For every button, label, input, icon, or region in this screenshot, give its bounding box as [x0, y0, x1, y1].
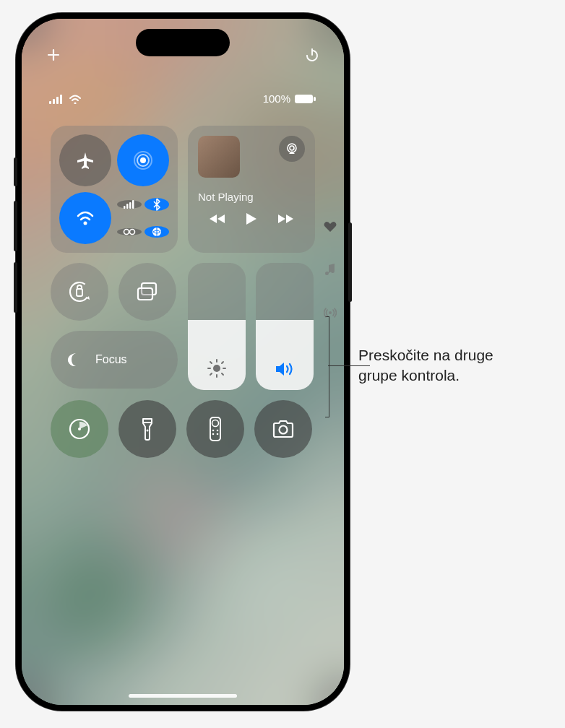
- svg-point-11: [84, 222, 87, 225]
- phone-power-button: [348, 222, 352, 302]
- svg-point-43: [217, 433, 219, 436]
- rewind-button[interactable]: [209, 213, 226, 225]
- svg-line-32: [210, 373, 212, 375]
- svg-rect-7: [314, 97, 316, 101]
- flashlight-button[interactable]: [118, 400, 176, 458]
- svg-rect-2: [49, 101, 51, 104]
- svg-point-25: [213, 365, 220, 372]
- svg-line-31: [222, 373, 223, 375]
- dynamic-island: [136, 29, 230, 56]
- now-playing-tile[interactable]: Not Playing: [188, 126, 315, 253]
- connectivity-group[interactable]: [51, 126, 178, 253]
- phone-volume-up: [14, 201, 17, 251]
- phone-screen: 100%: [22, 19, 344, 705]
- apple-tv-remote-button[interactable]: [186, 400, 244, 458]
- svg-point-16: [124, 230, 129, 235]
- cellular-signal-icon: [49, 94, 64, 104]
- svg-line-33: [222, 362, 223, 363]
- bluetooth-button[interactable]: [145, 198, 169, 211]
- svg-rect-4: [56, 97, 59, 104]
- svg-rect-15: [132, 200, 134, 209]
- callout-bracket: [325, 316, 329, 417]
- personal-hotspot-button[interactable]: [117, 228, 142, 235]
- svg-rect-5: [60, 95, 62, 104]
- phone-silent-switch: [14, 157, 17, 186]
- svg-rect-12: [124, 206, 126, 209]
- control-group-pager[interactable]: [324, 221, 337, 319]
- svg-point-42: [212, 433, 215, 436]
- svg-rect-3: [53, 99, 55, 104]
- svg-point-37: [147, 430, 149, 432]
- wifi-button[interactable]: [59, 192, 111, 244]
- moon-icon: [64, 349, 85, 370]
- status-bar: 100%: [22, 92, 344, 105]
- battery-icon: [295, 94, 316, 104]
- camera-button[interactable]: [254, 400, 312, 458]
- page-favorites-icon[interactable]: [324, 221, 337, 233]
- svg-point-40: [212, 430, 215, 432]
- airdrop-button[interactable]: [117, 134, 169, 186]
- svg-point-44: [280, 426, 288, 434]
- wifi-signal-icon: [68, 94, 82, 104]
- volume-slider[interactable]: [256, 263, 314, 390]
- cellular-data-button[interactable]: [117, 200, 142, 209]
- page-connectivity-icon[interactable]: [324, 306, 337, 319]
- battery-percent-label: 100%: [263, 92, 290, 105]
- svg-point-8: [140, 157, 146, 163]
- svg-point-45: [329, 311, 332, 314]
- screen-mirroring-button[interactable]: [118, 263, 176, 321]
- phone-volume-down: [14, 262, 17, 313]
- svg-point-41: [217, 430, 219, 432]
- speaker-icon: [274, 360, 296, 378]
- svg-point-39: [212, 420, 219, 427]
- svg-rect-14: [129, 202, 131, 209]
- svg-rect-22: [77, 289, 82, 296]
- connectivity-more-group[interactable]: [117, 192, 169, 244]
- home-indicator[interactable]: [129, 694, 237, 698]
- add-control-button[interactable]: [43, 45, 64, 65]
- svg-point-17: [130, 230, 135, 235]
- album-art: [198, 136, 240, 178]
- now-playing-label: Not Playing: [198, 191, 305, 203]
- timer-button[interactable]: [51, 400, 108, 458]
- satellite-button[interactable]: [145, 226, 169, 238]
- callout-text: Preskočite na druge grupe kontrola.: [358, 345, 493, 386]
- phone-frame: 100%: [16, 13, 350, 711]
- focus-button[interactable]: Focus: [51, 331, 178, 389]
- svg-rect-24: [138, 288, 152, 300]
- airplay-button[interactable]: [279, 136, 305, 162]
- play-button[interactable]: [245, 212, 258, 226]
- svg-point-21: [67, 280, 92, 304]
- sun-icon: [207, 358, 227, 378]
- svg-line-30: [210, 362, 212, 363]
- svg-rect-6: [295, 95, 313, 103]
- power-button[interactable]: [302, 45, 322, 65]
- orientation-lock-button[interactable]: [51, 263, 108, 321]
- focus-label: Focus: [95, 353, 127, 366]
- brightness-slider[interactable]: [188, 263, 246, 390]
- page-music-icon[interactable]: [325, 263, 335, 276]
- airplane-mode-button[interactable]: [59, 134, 111, 186]
- svg-point-20: [290, 146, 294, 150]
- svg-rect-13: [126, 204, 129, 209]
- forward-button[interactable]: [277, 213, 294, 225]
- svg-point-35: [78, 428, 81, 430]
- svg-rect-38: [210, 417, 220, 441]
